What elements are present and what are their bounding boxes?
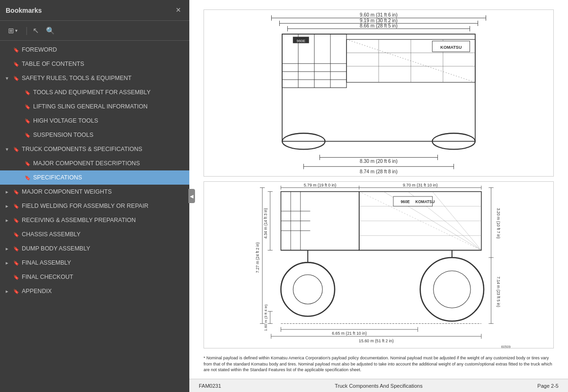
svg-point-65 — [281, 263, 335, 317]
side-view-diagram: 5.79 m (19 ft 0 in) 9.70 m (31 ft 10 in) — [204, 181, 554, 348]
sidebar: Bookmarks × ⊞ ▾ | ↖ 🔍 FOREWORDTABLE OF C… — [0, 0, 189, 392]
svg-text:7.14 m (23 ft 5 in): 7.14 m (23 ft 5 in) — [496, 276, 500, 307]
sidebar-item-label: TOOLS AND EQUIPMENT FOR ASSEMBLY — [33, 89, 151, 96]
expand-icon — [4, 260, 10, 266]
page-area: 9.60 m (31 ft 6 in) 9.19 m (30 ft 2 in) … — [189, 0, 568, 379]
svg-text:15.60 m (51 ft 2 in): 15.60 m (51 ft 2 in) — [359, 339, 394, 343]
bookmark-flag-icon — [25, 161, 30, 166]
bookmark-flag-icon — [13, 289, 19, 294]
svg-text:8.30 m (20 ft 6 in): 8.30 m (20 ft 6 in) — [360, 159, 398, 164]
sidebar-title: Bookmarks — [6, 7, 42, 14]
sidebar-item-safety[interactable]: SAFETY RULES, TOOLS & EQUIPMENT — [0, 71, 189, 85]
sidebar-item-toc[interactable]: TABLE OF CONTENTS — [0, 57, 189, 71]
sidebar-item-finalcheckout[interactable]: FINAL CHECKOUT — [0, 270, 189, 284]
sidebar-item-foreword[interactable]: FOREWORD — [0, 43, 189, 57]
expand-icon — [4, 75, 10, 81]
svg-text:1.60 m (3 ft 4 in): 1.60 m (3 ft 4 in) — [264, 304, 268, 331]
sidebar-item-highvoltage[interactable]: HIGH VOLTAGE TOOLS — [0, 114, 189, 128]
sidebar-item-receiving[interactable]: RECEIVING & ASSEMBLY PREPARATION — [0, 213, 189, 227]
expand-icon — [4, 217, 10, 223]
bookmark-flag-icon — [13, 218, 19, 223]
sidebar-item-label: MAJOR COMPONENT WEIGHTS — [22, 188, 112, 195]
bookmark-flag-icon — [13, 62, 19, 67]
svg-text:960E: 960E — [297, 39, 305, 43]
sidebar-item-label: LIFTING SLING GENERAL INFORMATION — [33, 103, 148, 110]
svg-text:3.20 m (10 ft 7 in): 3.20 m (10 ft 7 in) — [496, 208, 500, 239]
sidebar-item-label: SPECIFICATIONS — [33, 174, 82, 181]
bookmark-flag-icon — [25, 90, 30, 95]
svg-text:9.19 m (30 ft 2 in): 9.19 m (30 ft 2 in) — [360, 18, 398, 23]
svg-text:960E: 960E — [400, 200, 410, 205]
sidebar-item-label: DUMP BODY ASSEMBLY — [22, 245, 90, 252]
footer: FAM0231 Truck Components And Specificati… — [189, 379, 568, 392]
bookmark-flag-icon — [25, 104, 30, 109]
svg-text:6.65 m (21 ft 10 in): 6.65 m (21 ft 10 in) — [332, 331, 367, 336]
svg-text:7.27 m (24 ft 2 in): 7.27 m (24 ft 2 in) — [256, 242, 260, 273]
sidebar-item-label: RECEIVING & ASSEMBLY PREPARATION — [22, 217, 136, 223]
sidebar-item-suspension[interactable]: SUSPENSION TOOLS — [0, 128, 189, 142]
svg-point-68 — [434, 271, 470, 308]
diagrams-container: 9.60 m (31 ft 6 in) 9.19 m (30 ft 2 in) … — [204, 9, 554, 374]
sidebar-item-fieldwelding[interactable]: FIELD WELDING FOR ASSEMBLY OR REPAIR — [0, 199, 189, 213]
bookmark-flag-icon — [25, 118, 30, 124]
expand-all-button[interactable]: ⊞ ▾ — [5, 25, 21, 37]
sidebar-header: Bookmarks × — [0, 0, 189, 21]
expand-icon — [4, 246, 10, 252]
sidebar-item-truckcomp[interactable]: TRUCK COMPONENTS & SPECIFICATIONS — [0, 142, 189, 156]
top-diagram-svg: 9.60 m (31 ft 6 in) 9.19 m (30 ft 2 in) … — [204, 10, 553, 176]
expand-icon — [4, 203, 10, 209]
sidebar-item-label: HIGH VOLTAGE TOOLS — [33, 117, 98, 124]
bookmark-flag-icon — [13, 47, 19, 53]
svg-point-66 — [293, 275, 322, 304]
bookmark-flag-icon — [13, 204, 19, 209]
bookmark-flag-icon — [25, 175, 30, 180]
sidebar-item-label: TABLE OF CONTENTS — [22, 61, 84, 67]
footer-page-number: Page 2-5 — [439, 383, 559, 389]
bookmark-flag-icon — [13, 260, 19, 266]
dropdown-arrow-icon: ▾ — [15, 28, 18, 33]
bookmark-flag-icon — [25, 133, 30, 138]
sidebar-item-label: APPENDIX — [22, 288, 52, 294]
svg-text:KOMATSU: KOMATSU — [415, 200, 435, 205]
sidebar-item-chassis[interactable]: CHASSIS ASSEMBLY — [0, 227, 189, 241]
svg-text:8.74 m (28 ft 8 in): 8.74 m (28 ft 8 in) — [360, 169, 398, 174]
expand-icon — [4, 146, 10, 152]
footer-doc-id: FAM0231 — [199, 383, 319, 389]
sidebar-item-tools[interactable]: TOOLS AND EQUIPMENT FOR ASSEMBLY — [0, 85, 189, 99]
svg-text:8.66 m (28 ft 5 in): 8.66 m (28 ft 5 in) — [360, 23, 398, 28]
sidebar-item-label: SUSPENSION TOOLS — [33, 132, 93, 138]
sidebar-item-finalassembly[interactable]: FINAL ASSEMBLY — [0, 256, 189, 270]
cursor-icon: ↖ — [33, 26, 39, 35]
svg-point-67 — [420, 258, 484, 321]
svg-text:4.34 m (14 ft 3 in): 4.34 m (14 ft 3 in) — [264, 208, 268, 239]
bookmark-flag-icon — [13, 232, 19, 237]
footer-section-title: Truck Components And Specifications — [319, 383, 438, 389]
search-bookmarks-button[interactable]: 🔍 — [43, 25, 58, 37]
sidebar-collapse-handle[interactable]: ◀ — [188, 189, 195, 203]
sidebar-item-majorweights[interactable]: MAJOR COMPONENT WEIGHTS — [0, 185, 189, 199]
expand-icon — [4, 288, 10, 294]
sidebar-item-label: MAJOR COMPONENT DESCRIPTIONS — [33, 160, 140, 167]
sidebar-toolbar: ⊞ ▾ | ↖ 🔍 — [0, 21, 189, 41]
main-content: 9.60 m (31 ft 6 in) 9.19 m (30 ft 2 in) … — [189, 0, 568, 392]
sidebar-item-lifting[interactable]: LIFTING SLING GENERAL INFORMATION — [0, 99, 189, 114]
side-diagram-svg: 5.79 m (19 ft 0 in) 9.70 m (31 ft 10 in) — [204, 182, 553, 348]
svg-text:KOMATSU: KOMATSU — [440, 45, 462, 50]
top-view-diagram: 9.60 m (31 ft 6 in) 9.19 m (30 ft 2 in) … — [204, 9, 554, 177]
sidebar-item-label: FOREWORD — [22, 46, 57, 53]
sidebar-item-label: FINAL CHECKOUT — [22, 274, 73, 280]
close-button[interactable]: × — [173, 4, 184, 16]
bookmarks-list: FOREWORDTABLE OF CONTENTSSAFETY RULES, T… — [0, 41, 189, 392]
sidebar-item-specs[interactable]: SPECIFICATIONS — [0, 170, 189, 185]
bookmark-flag-icon — [13, 76, 19, 81]
svg-text:60509: 60509 — [501, 345, 511, 348]
bookmark-flag-icon — [13, 147, 19, 152]
sidebar-item-label: SAFETY RULES, TOOLS & EQUIPMENT — [22, 75, 132, 81]
sidebar-item-appendix[interactable]: APPENDIX — [0, 284, 189, 298]
sidebar-item-dumpbody[interactable]: DUMP BODY ASSEMBLY — [0, 241, 189, 256]
sidebar-item-label: CHASSIS ASSEMBLY — [22, 231, 80, 238]
page-paper: 9.60 m (31 ft 6 in) 9.19 m (30 ft 2 in) … — [189, 0, 568, 379]
svg-text:9.70 m (31 ft 10 in): 9.70 m (31 ft 10 in) — [403, 183, 438, 187]
sidebar-item-majordesc[interactable]: MAJOR COMPONENT DESCRIPTIONS — [0, 156, 189, 170]
footnote: * Nominal payload is defined within Koma… — [204, 353, 554, 374]
